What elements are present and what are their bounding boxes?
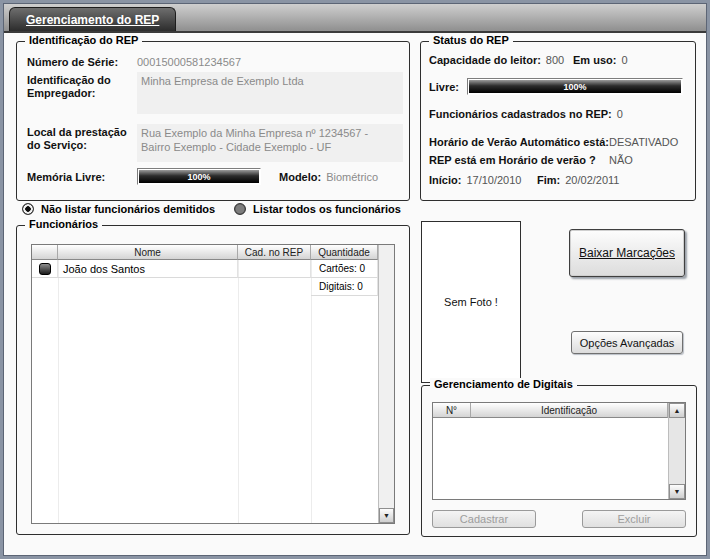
header-numero[interactable]: N° [433,403,471,418]
header-cad-no-rep[interactable]: Cad. no REP [238,245,311,260]
verao-auto-value: DESATIVADO [609,136,678,148]
identificacao-group: Identificação do REP Número de Série: 00… [16,41,410,201]
photo-placeholder-label: Sem Foto ! [444,296,498,308]
empregador-label: Identificação do Empregador: [27,74,127,100]
verao-auto-value-line: DESATIVADO [609,136,678,148]
modelo-line: Modelo: Biométrico [279,171,378,183]
fim-line: Fim: 20/02/2011 [537,174,619,186]
fim-value: 20/02/2011 [565,174,619,186]
radio-listar-todos[interactable]: Listar todos os funcionários [234,203,401,215]
capacidade-value: 800 [546,54,564,66]
livre-label-line: Livre: [429,81,459,93]
window-inner-frame: Gerenciamento do REP Identificação do RE… [3,3,707,556]
tab-label: Gerenciamento do REP [26,13,159,27]
free-progressbar: 100% [467,78,683,95]
em-uso-label: Em uso: [573,54,616,66]
header-nome[interactable]: Nome [58,245,238,260]
header-quantidade[interactable]: Quantidade [311,245,378,260]
opcoes-avancadas-label: Opções Avançadas [580,337,675,349]
row-cartoes-cell[interactable]: Cartões: 0 [311,260,378,278]
column-separator [311,260,312,523]
identificacao-legend: Identificação do REP [25,34,142,46]
excluir-button[interactable]: Excluir [582,510,686,528]
tab-strip: Gerenciamento do REP [4,4,706,33]
row-cad-cell[interactable] [238,260,311,278]
funcionarios-legend: Funcionários [25,218,102,230]
em-verao-line: REP está em Horário de verão ? [429,154,596,166]
content-area: Identificação do REP Número de Série: 00… [4,33,706,555]
radio-nao-listar-demitidos[interactable]: Não listar funcionários demitidos [22,203,215,215]
numero-serie-label: Número de Série: [27,56,131,69]
funcionarios-group: Funcionários Nome Cad. no REP Quantidade [16,225,410,535]
status-legend: Status do REP [429,34,513,46]
digitais-table-header: N° Identificação [433,403,668,418]
cadastrados-line: Funcionários cadastrados no REP: 0 [429,108,623,120]
capacidade-line: Capacidade do leitor: 800 [429,54,564,66]
radio-listar-todos-label: Listar todos os funcionários [253,203,401,215]
capacidade-label: Capacidade do leitor: [429,54,541,66]
table-row-quantidade: Digitais: 0 [311,278,378,296]
radio-nao-listar-label: Não listar funcionários demitidos [41,203,215,215]
em-uso-line: Em uso: 0 [573,54,628,66]
empregador-field: Minha Empresa de Exemplo Ltda [137,72,403,114]
column-separator [58,260,59,523]
memoria-livre-label: Memória Livre: [27,171,131,184]
scroll-down-icon[interactable]: ▼ [669,484,685,499]
memory-progress-value: 100% [139,170,259,183]
rep-management-window: Gerenciamento do REP Identificação do RE… [0,0,710,559]
funcionarios-table: Nome Cad. no REP Quantidade João dos San… [31,244,395,524]
cadastrar-button[interactable]: Cadastrar [432,510,536,528]
scroll-down-icon[interactable]: ▼ [379,508,394,523]
digitais-legend: Gerenciamento de Digitais [430,378,577,390]
row-nome-cell[interactable]: João dos Santos [58,260,238,278]
numero-serie-value: 00015000581234567 [137,56,241,68]
cadastrar-label: Cadastrar [460,513,508,525]
local-servico-label: Local da prestação do Serviço: [27,126,131,152]
cadastrados-label: Funcionários cadastrados no REP: [429,108,612,120]
inicio-value: 17/10/2010 [466,174,521,186]
column-separator [238,260,239,523]
em-verao-value: NÃO [609,154,633,166]
verao-auto-line: Horário de Verão Automático está: [429,136,609,148]
scroll-up-icon[interactable]: ▲ [669,403,685,418]
checkbox-icon[interactable] [39,263,51,275]
table-row[interactable]: João dos Santos Cartões: 0 [32,260,378,278]
memory-progressbar: 100% [137,168,261,185]
fim-label: Fim: [537,174,560,186]
modelo-value: Biométrico [326,171,378,183]
inicio-label: Início: [429,174,461,186]
local-servico-field: Rua Exemplo da Minha Empresa nº 1234567 … [137,124,403,162]
free-progress-value: 100% [469,80,681,93]
modelo-label: Modelo: [279,171,321,183]
digitais-group: Gerenciamento de Digitais N° Identificaç… [421,385,697,537]
numero-serie-value-line: 00015000581234567 [137,56,241,68]
status-group: Status do REP Capacidade do leitor: 800 … [420,41,696,201]
row-check-cell[interactable] [32,260,58,278]
inicio-line: Início: 17/10/2010 [429,174,521,186]
verao-auto-label: Horário de Verão Automático está: [429,136,609,148]
em-verao-value-line: NÃO [609,154,633,166]
tab-gerenciamento-rep[interactable]: Gerenciamento do REP [9,7,176,31]
header-identificacao[interactable]: Identificação [471,403,668,418]
livre-label: Livre: [429,81,459,93]
digitais-scrollbar[interactable]: ▲ ▼ [668,403,685,499]
baixar-marcacoes-label: Baixar Marcações [579,246,675,260]
row-digitais-cell[interactable]: Digitais: 0 [311,278,378,296]
excluir-label: Excluir [617,513,650,525]
opcoes-avancadas-button[interactable]: Opções Avançadas [571,331,683,354]
photo-placeholder: Sem Foto ! [421,221,521,383]
funcionarios-table-header: Nome Cad. no REP Quantidade [32,245,378,260]
header-check-column[interactable] [32,245,58,260]
radio-unselected-icon [234,203,246,215]
baixar-marcacoes-button[interactable]: Baixar Marcações [569,229,685,277]
em-uso-value: 0 [621,54,627,66]
digitais-table: N° Identificação ▲ ▼ [432,402,686,500]
scrollbar-track[interactable] [669,418,685,484]
funcionarios-scrollbar[interactable]: ▼ [378,245,394,523]
cadastrados-value: 0 [617,108,623,120]
radio-selected-icon [22,203,34,215]
em-verao-label: REP está em Horário de verão ? [429,154,596,166]
